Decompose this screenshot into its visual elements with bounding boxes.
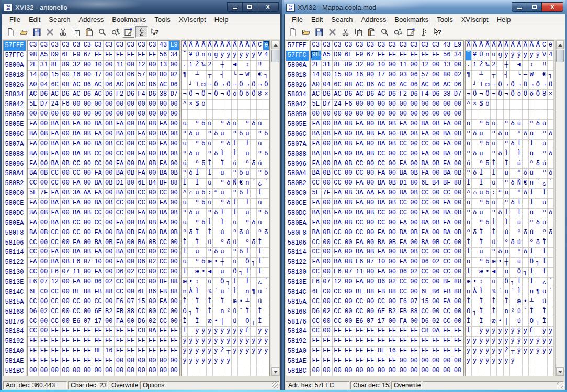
hex-byte-cell[interactable]: CC: [93, 159, 104, 169]
char-cell[interactable]: ˆ: [548, 287, 554, 297]
hex-byte-cell[interactable]: 00: [409, 366, 420, 376]
hex-byte-cell[interactable]: C3: [137, 41, 148, 51]
hex-byte-cell[interactable]: 00: [61, 297, 72, 307]
hex-byte-cell[interactable]: 00: [387, 218, 398, 228]
char-cell[interactable]: ^: [182, 189, 188, 199]
char-cell[interactable]: •: [213, 317, 219, 327]
char-cell[interactable]: ÿ: [491, 356, 497, 366]
hex-byte-cell[interactable]: CC: [50, 297, 61, 307]
hex-byte-cell[interactable]: 00: [82, 110, 93, 120]
hex-byte-cell[interactable]: CC: [71, 159, 82, 169]
char-cell[interactable]: º: [466, 169, 472, 179]
char-cell[interactable]: ÿ: [257, 347, 263, 356]
hex-byte-cell[interactable]: 0B: [39, 209, 50, 218]
char-cell[interactable]: Ž: [194, 61, 200, 71]
hex-byte-cell[interactable]: 0B: [169, 130, 180, 140]
hex-byte-cell[interactable]: F4: [420, 90, 431, 100]
hex-byte-cell[interactable]: 00: [28, 110, 39, 120]
char-cell[interactable]: [225, 71, 232, 80]
char-cell[interactable]: ÿ: [194, 337, 200, 347]
hex-byte-cell[interactable]: FA: [71, 179, 82, 189]
hex-byte-cell[interactable]: FA: [376, 189, 387, 199]
char-cell[interactable]: [466, 110, 472, 120]
char-cell[interactable]: [472, 258, 478, 268]
hex-byte-cell[interactable]: 03: [398, 71, 409, 80]
char-cell[interactable]: ÿ: [219, 356, 225, 366]
hex-byte-cell[interactable]: 00: [452, 218, 463, 228]
hex-byte-cell[interactable]: AC: [71, 80, 82, 90]
char-cell[interactable]: æ: [207, 258, 213, 268]
hex-byte-cell[interactable]: 88: [104, 287, 115, 297]
hex-byte-cell[interactable]: FA: [158, 140, 169, 149]
char-cell[interactable]: Ì: [466, 297, 472, 307]
hex-byte-cell[interactable]: D6: [376, 278, 387, 287]
char-cell[interactable]: [497, 110, 503, 120]
address-cell[interactable]: 581BC: [4, 366, 26, 376]
char-cell[interactable]: δ: [263, 169, 269, 179]
hex-byte-cell[interactable]: CC: [137, 268, 148, 278]
scrollbar-thumb[interactable]: [556, 50, 564, 62]
char-cell[interactable]: δ: [238, 248, 244, 258]
hex-byte-cell[interactable]: 00: [169, 110, 180, 120]
char-cell[interactable]: ÿ: [478, 347, 484, 356]
char-cell[interactable]: º: [466, 130, 472, 140]
hex-byte-cell[interactable]: C3: [115, 41, 126, 51]
char-cell[interactable]: [238, 61, 244, 71]
hex-byte-cell[interactable]: 00: [430, 248, 441, 258]
hex-byte-cell[interactable]: CC: [137, 140, 148, 149]
char-cell[interactable]: ú: [219, 169, 225, 179]
hex-byte-cell[interactable]: CC: [115, 140, 126, 149]
char-cell[interactable]: ┼: [219, 61, 225, 71]
char-cell[interactable]: [523, 218, 529, 228]
hex-byte-cell[interactable]: FF: [387, 337, 398, 347]
char-cell[interactable]: [510, 268, 516, 278]
hex-byte-cell[interactable]: A5: [39, 51, 50, 61]
char-cell[interactable]: ÿ: [529, 347, 535, 356]
hex-byte-cell[interactable]: B2: [387, 307, 398, 317]
char-cell[interactable]: Ì: [232, 278, 238, 287]
scroll-up-button[interactable]: [556, 41, 564, 49]
char-cell[interactable]: ú: [491, 179, 497, 189]
hex-byte-cell[interactable]: 00: [104, 258, 115, 268]
char-cell[interactable]: º: [257, 228, 263, 238]
hex-byte-cell[interactable]: 6E: [420, 287, 431, 297]
char-cell[interactable]: [251, 228, 257, 238]
hex-byte-cell[interactable]: FF: [343, 327, 354, 337]
hex-byte-cell[interactable]: BA: [333, 199, 344, 209]
address-cell[interactable]: 58034: [4, 90, 26, 100]
hex-byte-cell[interactable]: FA: [93, 189, 104, 199]
hex-byte-cell[interactable]: BA: [158, 149, 169, 159]
hex-byte-cell[interactable]: FF: [147, 337, 158, 347]
char-cell[interactable]: [225, 149, 232, 159]
hex-byte-cell[interactable]: FA: [115, 159, 126, 169]
char-cell[interactable]: Ö: [232, 268, 238, 278]
char-cell[interactable]: ÿ: [219, 337, 225, 347]
char-cell[interactable]: [213, 71, 219, 80]
hex-byte-cell[interactable]: FA: [93, 268, 104, 278]
char-cell[interactable]: [188, 327, 194, 337]
hex-byte-cell[interactable]: BA: [441, 149, 452, 159]
address-cell[interactable]: 5813E: [4, 278, 26, 287]
char-cell[interactable]: ¬: [491, 80, 497, 90]
hex-byte-cell[interactable]: CC: [93, 149, 104, 159]
hex-byte-cell[interactable]: FA: [115, 218, 126, 228]
char-cell[interactable]: Ì: [257, 317, 263, 327]
char-cell[interactable]: g: [213, 51, 219, 61]
hex-byte-cell[interactable]: 00: [104, 189, 115, 199]
char-cell[interactable]: [484, 169, 491, 179]
char-cell[interactable]: €: [257, 71, 263, 80]
address-cell[interactable]: 57FEE: [286, 41, 309, 51]
hex-byte-cell[interactable]: 02: [430, 258, 441, 268]
char-cell[interactable]: ÿ: [491, 337, 497, 347]
hex-byte-cell[interactable]: 8E: [333, 61, 344, 71]
char-cell[interactable]: [225, 248, 232, 258]
char-cell[interactable]: [257, 356, 263, 366]
char-cell[interactable]: Ì: [207, 228, 213, 238]
char-cell[interactable]: [472, 199, 478, 209]
hex-byte-cell[interactable]: 00: [61, 130, 72, 140]
char-cell[interactable]: ┼: [219, 258, 225, 268]
hex-byte-cell[interactable]: 6E: [311, 287, 322, 297]
char-cell[interactable]: [251, 327, 257, 337]
char-cell[interactable]: Ì: [541, 268, 548, 278]
hex-byte-cell[interactable]: FF: [28, 347, 39, 356]
